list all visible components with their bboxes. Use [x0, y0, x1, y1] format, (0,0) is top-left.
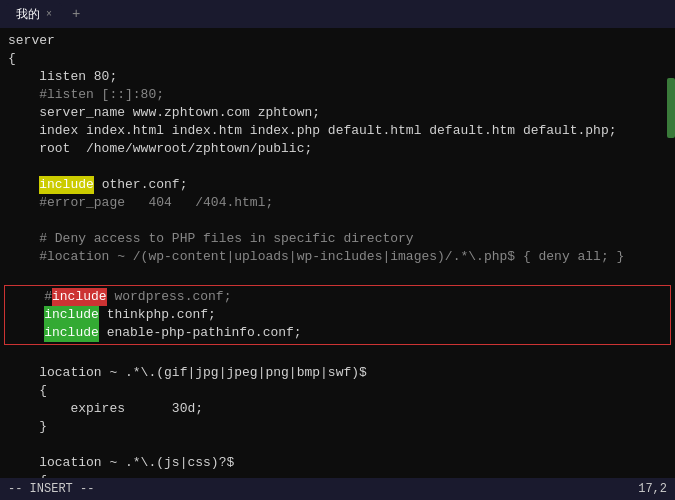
code-line: #error_page 404 /404.html; — [0, 194, 675, 212]
code-line — [0, 266, 675, 284]
status-bar: -- INSERT -- 17,2 — [0, 478, 675, 500]
code-line — [0, 346, 675, 364]
code-line: { — [0, 50, 675, 68]
active-tab[interactable]: 我的 × — [6, 3, 62, 26]
location-line-jscss: location ~ .*\.(js|css)?$ — [0, 454, 675, 472]
cursor-position: 17,2 — [638, 482, 667, 496]
include-line-pathinfo: include enable-php-pathinfo.conf; — [5, 324, 670, 342]
tab-close-button[interactable]: × — [46, 9, 52, 20]
code-line: root /home/wwwroot/zphtown/public; — [0, 140, 675, 158]
code-line: } — [0, 418, 675, 436]
location-line-images: location ~ .*\.(gif|jpg|jpeg|png|bmp|swf… — [0, 364, 675, 382]
code-line: { — [0, 382, 675, 400]
code-line: server_name www.zphtown.com zphtown; — [0, 104, 675, 122]
code-line — [0, 212, 675, 230]
code-line: server — [0, 32, 675, 50]
title-bar: 我的 × + — [0, 0, 675, 28]
code-line: # Deny access to PHP files in specific d… — [0, 230, 675, 248]
editor-area[interactable]: server { listen 80; #listen [::]:80; ser… — [0, 28, 675, 478]
include-line-wordpress: #include wordpress.conf; — [5, 288, 670, 306]
editor-mode: -- INSERT -- — [8, 482, 94, 496]
code-line: expires 30d; — [0, 400, 675, 418]
include-highlight-box: #include wordpress.conf; include thinkph… — [4, 285, 671, 345]
code-line: #location ~ /(wp-content|uploads|wp-incl… — [0, 248, 675, 266]
include-line-other: include other.conf; — [0, 176, 675, 194]
scrollbar[interactable] — [667, 78, 675, 138]
code-line — [0, 436, 675, 454]
include-line-thinkphp: include thinkphp.conf; — [5, 306, 670, 324]
code-line: #listen [::]:80; — [0, 86, 675, 104]
code-line: listen 80; — [0, 68, 675, 86]
code-line — [0, 158, 675, 176]
new-tab-button[interactable]: + — [66, 6, 86, 22]
code-line: index index.html index.htm index.php def… — [0, 122, 675, 140]
tab-label: 我的 — [16, 6, 40, 23]
